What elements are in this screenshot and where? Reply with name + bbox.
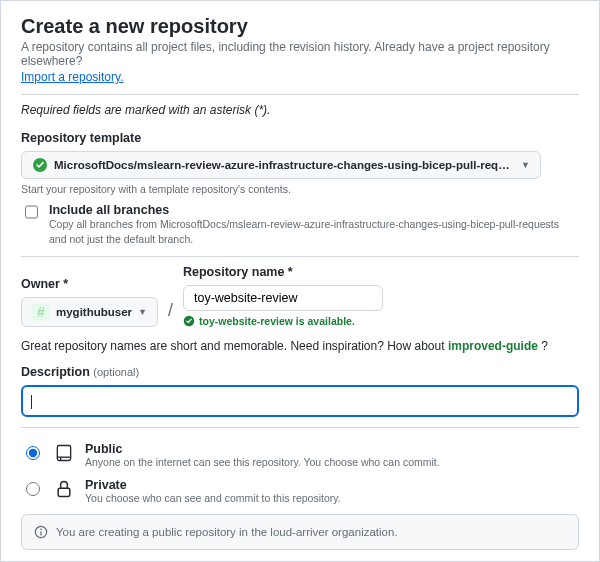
intro-text: A repository contains all project files,… (21, 40, 579, 68)
repo-public-icon (53, 442, 75, 464)
owner-value: mygithubuser (56, 306, 132, 318)
description-label: Description (optional) (21, 365, 579, 379)
create-repo-form: Create a new repository A repository con… (0, 0, 600, 562)
suggested-name-link[interactable]: improved-guide (448, 339, 538, 353)
template-label: Repository template (21, 131, 579, 145)
import-repo-link[interactable]: Import a repository. (21, 70, 123, 84)
svg-point-5 (40, 529, 42, 531)
svg-rect-2 (57, 445, 70, 460)
chevron-down-icon: ▼ (521, 160, 530, 170)
visibility-public-title: Public (85, 442, 440, 456)
include-branches-checkbox[interactable] (25, 205, 38, 219)
visibility-private-desc: You choose who can see and commit to thi… (85, 492, 341, 504)
visibility-private-option[interactable]: Private You choose who can see and commi… (21, 478, 579, 504)
check-circle-icon (183, 315, 195, 327)
visibility-private-radio[interactable] (26, 482, 40, 496)
info-banner: You are creating a public repository in … (21, 514, 579, 550)
repo-name-input[interactable] (183, 285, 383, 311)
owner-avatar-icon: # (32, 303, 50, 321)
divider (21, 427, 579, 428)
chevron-down-icon: ▼ (138, 307, 147, 317)
visibility-public-radio[interactable] (26, 446, 40, 460)
visibility-public-desc: Anyone on the internet can see this repo… (85, 456, 440, 468)
template-select[interactable]: MicrosoftDocs/mslearn-review-azure-infra… (21, 151, 541, 179)
include-branches-row: Include all branches Copy all branches f… (21, 203, 579, 246)
info-text: You are creating a public repository in … (56, 526, 398, 538)
divider (21, 94, 579, 95)
visibility-private-title: Private (85, 478, 341, 492)
repo-available-msg: toy-website-review is available. (183, 315, 383, 327)
lock-icon (53, 478, 75, 500)
repo-name-label: Repository name * (183, 265, 383, 279)
svg-rect-3 (58, 488, 70, 496)
include-branches-desc: Copy all branches from MicrosoftDocs/msl… (49, 217, 579, 246)
required-fields-note: Required fields are marked with an aster… (21, 103, 579, 117)
info-icon (34, 525, 48, 539)
svg-rect-6 (40, 531, 41, 535)
visibility-public-option[interactable]: Public Anyone on the internet can see th… (21, 442, 579, 468)
template-hint: Start your repository with a template re… (21, 183, 579, 195)
description-input[interactable] (21, 385, 579, 417)
include-branches-label: Include all branches (49, 203, 579, 217)
template-selected-value: MicrosoftDocs/mslearn-review-azure-infra… (54, 159, 515, 171)
name-suggestion-row: Great repository names are short and mem… (21, 339, 579, 353)
owner-repo-separator: / (168, 300, 173, 327)
divider (21, 256, 579, 257)
page-title: Create a new repository (21, 15, 579, 38)
text-cursor (31, 395, 32, 409)
template-icon (32, 157, 48, 173)
owner-label: Owner * (21, 277, 158, 291)
owner-select[interactable]: # mygithubuser ▼ (21, 297, 158, 327)
